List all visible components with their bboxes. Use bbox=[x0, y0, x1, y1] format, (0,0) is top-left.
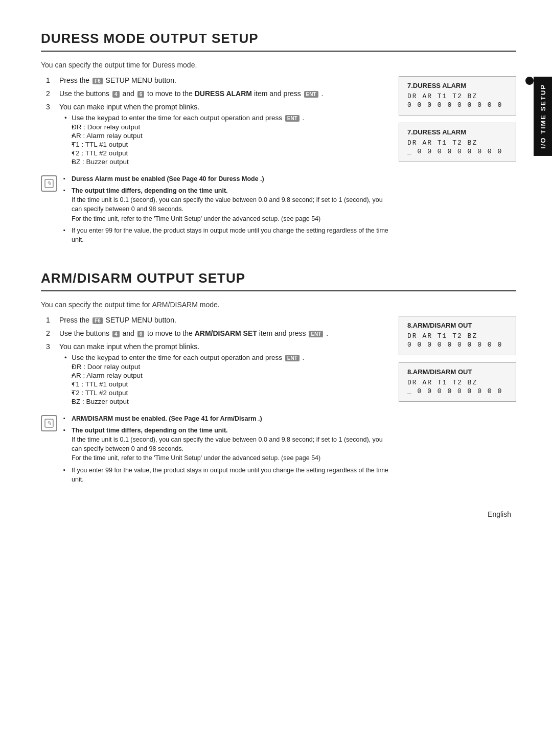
arm-step-1-text-after: SETUP MENU button. bbox=[106, 316, 176, 324]
arm-lcd-col: 8.ARM/DISARM OUT DR AR T1 T2 BZ 0 0 0 0 … bbox=[399, 316, 516, 409]
duress-title: DURESS MODE OUTPUT SETUP bbox=[41, 31, 516, 52]
duress-note-icon: ✎ bbox=[41, 175, 57, 192]
arm-lcd-1: 8.ARM/DISARM OUT DR AR T1 T2 BZ 0 0 0 0 … bbox=[399, 316, 516, 355]
arm-sub-ar: AR : Alarm relay output bbox=[72, 372, 394, 379]
arm-step-2-text-end: item and press bbox=[259, 329, 306, 337]
arm-sub-t2: T2 : TTL #2 output bbox=[72, 389, 394, 397]
duress-step-2-badge1: 4 bbox=[112, 91, 120, 98]
arm-note-3-bullet: ▪ bbox=[63, 467, 70, 473]
side-tab: I/O TIME SETUP bbox=[534, 77, 552, 156]
arm-note-1-bullet: ▪ bbox=[63, 415, 70, 421]
duress-step-2-badge2: 6 bbox=[137, 91, 145, 98]
duress-step-3-text: You can make input when the prompt blink… bbox=[59, 103, 199, 111]
arm-section: ARM/DISARM OUTPUT SETUP You can specify … bbox=[41, 270, 516, 495]
arm-step-3-bullet-badge: ENT bbox=[285, 355, 300, 361]
duress-note-3: ▪ If you enter 99 for the value, the pro… bbox=[63, 226, 394, 244]
duress-step-2-text-end: item and press bbox=[254, 89, 301, 98]
arm-step-2-text-final: . bbox=[326, 329, 328, 337]
duress-step-3: 3 You can make input when the prompt bli… bbox=[46, 103, 394, 167]
duress-sub-t2: T2 : TTL #2 output bbox=[72, 149, 394, 157]
duress-intro: You can specify the output time for Dure… bbox=[41, 61, 516, 69]
duress-note-2-bullet: ▪ bbox=[63, 187, 70, 193]
duress-step-2-text-mid: and bbox=[122, 89, 134, 98]
arm-step-2-badge1: 4 bbox=[112, 331, 120, 337]
duress-note-3-text: If you enter 99 for the value, the produ… bbox=[72, 226, 394, 244]
arm-step-3-bullet-end: . bbox=[303, 354, 305, 361]
duress-step-3-bullet-text: Use the keypad to enter the time for eac… bbox=[72, 114, 282, 122]
duress-lcd-col: 7.DURESS ALARM DR AR T1 T2 BZ 0 0 0 0 0 … bbox=[399, 76, 516, 169]
arm-lcd-2-row1: DR AR T1 T2 BZ bbox=[407, 379, 508, 386]
duress-lcd-1: 7.DURESS ALARM DR AR T1 T2 BZ 0 0 0 0 0 … bbox=[399, 76, 516, 116]
arm-step-2-bold: ARM/DISARM SET bbox=[195, 329, 257, 337]
arm-lcd-2-title: 8.ARM/DISARM OUT bbox=[407, 368, 508, 376]
duress-note-1: ▪ Duress Alarm must be enabled (See Page… bbox=[63, 174, 394, 184]
arm-sub-list: DR : Door relay output AR : Alarm relay … bbox=[72, 363, 394, 405]
duress-lcd-1-title: 7.DURESS ALARM bbox=[407, 82, 508, 89]
arm-step-1-num: 1 bbox=[46, 316, 59, 324]
duress-step-2-badge3: ENT bbox=[304, 91, 318, 98]
svg-text:✎: ✎ bbox=[47, 180, 52, 187]
arm-step-1: 1 Press the F6 SETUP MENU button. bbox=[46, 316, 394, 324]
note-pencil-icon: ✎ bbox=[44, 179, 54, 188]
duress-lcd-1-row1: DR AR T1 T2 BZ bbox=[407, 93, 508, 100]
duress-notes: ✎ ▪ Duress Alarm must be enabled (See Pa… bbox=[41, 174, 394, 247]
arm-lcd-1-row2: 0 0 0 0 0 0 0 0 0 0 bbox=[407, 341, 508, 349]
duress-lcd-1-row2: 0 0 0 0 0 0 0 0 0 0 bbox=[407, 101, 508, 109]
arm-note-content: ▪ ARM/DISARM must be enabled. (See Page … bbox=[63, 414, 394, 487]
duress-note-1-bullet: ▪ bbox=[63, 175, 70, 181]
arm-step-2-text-after: to move to the bbox=[147, 329, 193, 337]
duress-step-3-bullets: Use the keypad to enter the time for eac… bbox=[59, 114, 394, 166]
arm-note-2-bullet: ▪ bbox=[63, 427, 70, 433]
duress-step-2-content: Use the buttons 4 and 6 to move to the D… bbox=[59, 89, 394, 98]
duress-step-3-bullet-badge: ENT bbox=[285, 115, 300, 122]
duress-step-3-bullet-end: . bbox=[303, 114, 305, 122]
page: I/O TIME SETUP DURESS MODE OUTPUT SETUP … bbox=[0, 0, 552, 549]
arm-lcd-1-row1: DR AR T1 T2 BZ bbox=[407, 332, 508, 340]
duress-note-2-text: The output time differs, depending on th… bbox=[72, 186, 394, 223]
arm-step-3-text: You can make input when the prompt blink… bbox=[59, 342, 199, 351]
duress-step-1: 1 Press the F6 SETUP MENU button. bbox=[46, 76, 394, 84]
arm-step-1-badge: F6 bbox=[93, 317, 103, 324]
arm-step-1-content: Press the F6 SETUP MENU button. bbox=[59, 316, 394, 324]
arm-note-icon: ✎ bbox=[41, 415, 57, 431]
duress-step-1-text-before: Press the bbox=[59, 76, 89, 84]
duress-step-2-text-final: . bbox=[321, 89, 323, 98]
arm-step-3-bullet-text: Use the keypad to enter the time for eac… bbox=[72, 354, 282, 361]
duress-step-2-text-before: Use the buttons bbox=[59, 89, 109, 98]
arm-lcd-1-title: 8.ARM/DISARM OUT bbox=[407, 322, 508, 329]
arm-sub-bz: BZ : Buzzer output bbox=[72, 398, 394, 405]
arm-step-3-content: You can make input when the prompt blink… bbox=[59, 342, 394, 407]
arm-note-1: ▪ ARM/DISARM must be enabled. (See Page … bbox=[63, 414, 394, 423]
duress-step-1-content: Press the F6 SETUP MENU button. bbox=[59, 76, 394, 84]
duress-section: DURESS MODE OUTPUT SETUP You can specify… bbox=[41, 31, 516, 255]
duress-lcd-2-title: 7.DURESS ALARM bbox=[407, 128, 508, 136]
duress-sub-ar: AR : Alarm relay output bbox=[72, 132, 394, 140]
duress-sub-dr: DR : Door relay output bbox=[72, 123, 394, 131]
arm-intro: You can specify the output time for ARM/… bbox=[41, 301, 516, 309]
arm-notes: ✎ ▪ ARM/DISARM must be enabled. (See Pag… bbox=[41, 414, 394, 487]
side-tab-label: I/O TIME SETUP bbox=[539, 84, 547, 149]
duress-steps: 1 Press the F6 SETUP MENU button. 2 Use … bbox=[46, 76, 394, 167]
duress-steps-area: 1 Press the F6 SETUP MENU button. 2 Use … bbox=[41, 76, 516, 255]
duress-step-2-bold: DURESS ALARM bbox=[195, 89, 252, 98]
arm-note-2-text: The output time differs, depending on th… bbox=[72, 426, 394, 463]
duress-step-3-num: 3 bbox=[46, 103, 59, 111]
duress-step-3-bullet-main: Use the keypad to enter the time for eac… bbox=[64, 114, 394, 166]
arm-note-3-text: If you enter 99 for the value, the produ… bbox=[72, 466, 394, 484]
arm-note-3: ▪ If you enter 99 for the value, the pro… bbox=[63, 466, 394, 484]
duress-step-2-text-after: to move to the bbox=[147, 89, 193, 98]
arm-title: ARM/DISARM OUTPUT SETUP bbox=[41, 270, 516, 291]
duress-step-3-content: You can make input when the prompt blink… bbox=[59, 103, 394, 167]
arm-step-2: 2 Use the buttons 4 and 6 to move to the… bbox=[46, 329, 394, 337]
side-dot bbox=[525, 77, 534, 85]
duress-lcd-2-row2: _ 0 0 0 0 0 0 0 0 0 bbox=[407, 148, 508, 155]
arm-step-2-num: 2 bbox=[46, 329, 59, 337]
arm-step-2-badge2: 6 bbox=[137, 331, 145, 337]
arm-sub-t1: T1 : TTL #1 output bbox=[72, 380, 394, 388]
arm-note-1-text: ARM/DISARM must be enabled. (See Page 41… bbox=[72, 414, 262, 423]
duress-step-1-text-after: SETUP MENU button. bbox=[106, 76, 176, 84]
duress-note-2: ▪ The output time differs, depending on … bbox=[63, 186, 394, 223]
arm-step-3-num: 3 bbox=[46, 342, 59, 351]
duress-note-3-bullet: ▪ bbox=[63, 227, 70, 233]
duress-lcd-2: 7.DURESS ALARM DR AR T1 T2 BZ _ 0 0 0 0 … bbox=[399, 123, 516, 162]
